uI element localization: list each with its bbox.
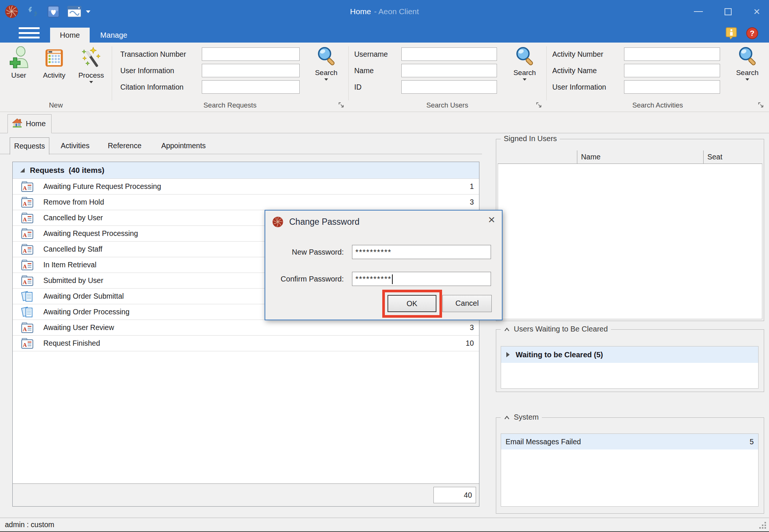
tab-activities[interactable]: Activities — [55, 137, 96, 154]
minimize-button[interactable] — [694, 11, 703, 12]
help-icon[interactable]: ? — [746, 27, 759, 41]
new-password-input[interactable]: ********** — [352, 245, 491, 259]
search-users-launcher-icon[interactable] — [536, 102, 542, 108]
svg-text:A: A — [23, 200, 27, 206]
request-type-icon: A — [21, 337, 34, 350]
notification-info-icon[interactable] — [725, 27, 738, 41]
home-house-icon — [12, 118, 23, 130]
ribbon-group-label-search-requests: Search Requests — [112, 101, 348, 109]
new-process-button[interactable]: Process — [74, 46, 108, 83]
ribbon-group-search-activities: Activity Number Activity Name User Infor… — [546, 43, 769, 112]
request-count: 3 — [470, 323, 479, 332]
search-activities-launcher-icon[interactable] — [758, 102, 764, 108]
expand-triangle-icon — [506, 352, 510, 357]
name-label: Name — [354, 64, 374, 77]
system-row-email-failed[interactable]: Email Messages Failed 5 — [501, 434, 758, 449]
citation-information-input[interactable] — [202, 80, 300, 94]
request-type-icon: A — [21, 243, 34, 256]
search-users-label: Search — [505, 69, 544, 77]
id-input[interactable] — [401, 80, 497, 94]
ribbon-group-search-requests: Transaction Number User Information Cita… — [112, 43, 348, 112]
search-users-dropdown-icon — [523, 78, 526, 81]
requests-group-header[interactable]: Requests (40 items) — [13, 162, 479, 179]
waiting-group-header[interactable]: Waiting to be Cleared (5) — [501, 346, 758, 363]
request-type-icon: A — [21, 321, 34, 334]
search-requests-launcher-icon[interactable] — [338, 102, 344, 108]
new-user-icon — [8, 63, 29, 70]
resize-grip[interactable] — [765, 527, 766, 529]
tab-reference[interactable]: Reference — [101, 137, 148, 154]
content-tab-strip: Requests Activities Reference Appointmen… — [0, 137, 482, 154]
search-activities-button[interactable]: Search — [728, 46, 767, 81]
text-cursor — [392, 274, 393, 284]
transaction-number-input[interactable] — [202, 47, 300, 61]
new-user-button[interactable]: User — [1, 46, 36, 80]
collapse-chevron-icon[interactable] — [504, 325, 510, 333]
search-users-button[interactable]: Search — [505, 46, 544, 81]
activity-calendar-icon — [44, 63, 65, 70]
user-information-input[interactable] — [202, 64, 300, 77]
activity-name-input[interactable] — [624, 64, 720, 77]
search-icon — [514, 62, 535, 68]
quick-access-toolbar — [4, 4, 90, 19]
activity-user-information-label: User Information — [552, 80, 606, 94]
request-label: Awaiting Future Request Processing — [43, 182, 470, 191]
ribbon-group-new: User Activity Process New — [0, 43, 112, 112]
application-menu-icon[interactable] — [19, 27, 40, 38]
cancel-button[interactable]: Cancel — [442, 295, 492, 312]
search-activities-dropdown-icon — [745, 78, 749, 81]
username-label: Username — [354, 47, 388, 61]
username-input[interactable] — [401, 47, 497, 61]
activity-user-information-input[interactable] — [624, 80, 720, 94]
maximize-button[interactable] — [725, 8, 732, 15]
request-type-icon: A — [21, 212, 34, 224]
search-activities-label: Search — [728, 69, 767, 77]
tab-manage[interactable]: Manage — [92, 28, 135, 43]
aeon-logo-icon — [272, 216, 284, 229]
dialog-close-icon[interactable]: × — [488, 213, 495, 227]
column-header-name[interactable]: Name — [577, 150, 703, 164]
status-bar: admin : custom — [0, 517, 769, 531]
aeon-logo-icon — [4, 4, 19, 19]
tab-requests[interactable]: Requests — [10, 137, 49, 155]
request-count: 10 — [466, 339, 479, 348]
favorites-badge-icon[interactable] — [47, 5, 60, 18]
switch-user-icon[interactable] — [26, 5, 40, 18]
aeon-client-window: Home- Aeon Client × Home Manage ? — [0, 0, 769, 532]
svg-text:A: A — [23, 326, 27, 332]
status-user: admin : custom — [5, 520, 54, 529]
collapse-triangle-icon — [20, 168, 25, 172]
activity-number-label: Activity Number — [552, 47, 603, 61]
svg-text:A: A — [23, 216, 27, 222]
request-list-item[interactable]: A Remove from Hold 3 — [13, 195, 479, 210]
request-list-item[interactable]: A Awaiting Future Request Processing 1 — [13, 179, 479, 195]
request-list-item[interactable]: A Request Finished 10 — [13, 336, 479, 351]
new-process-label: Process — [74, 71, 108, 80]
activity-name-label: Activity Name — [552, 64, 597, 77]
activity-number-input[interactable] — [624, 47, 720, 61]
new-password-label: New Password: — [265, 245, 348, 259]
document-tab-home[interactable]: Home — [7, 114, 52, 133]
confirm-password-input[interactable]: ********** — [352, 272, 491, 286]
ribbon-group-search-users: Username Name ID Search Search Users — [348, 43, 546, 112]
tab-appointments[interactable]: Appointments — [153, 137, 214, 154]
quick-access-dropdown-icon[interactable] — [86, 10, 90, 13]
name-input[interactable] — [401, 64, 497, 77]
column-header-blank[interactable] — [498, 150, 577, 164]
ok-button[interactable]: OK — [387, 295, 436, 312]
title-bar: Home- Aeon Client × — [0, 0, 769, 23]
collapse-chevron-icon[interactable] — [504, 413, 510, 421]
close-button[interactable]: × — [753, 6, 760, 17]
tab-home[interactable]: Home — [50, 28, 90, 43]
form-window-icon[interactable] — [67, 5, 81, 18]
users-waiting-title: Users Waiting to Be Cleared — [501, 325, 611, 333]
new-user-label: User — [1, 71, 36, 80]
ribbon-tab-row: Home Manage ? — [0, 23, 769, 43]
new-activity-button[interactable]: Activity — [37, 46, 71, 80]
confirm-password-label: Confirm Password: — [265, 272, 348, 286]
search-requests-button[interactable]: Search — [307, 46, 346, 81]
request-label: Request Finished — [43, 339, 466, 348]
column-header-seat[interactable]: Seat — [703, 150, 762, 164]
request-list-item[interactable]: A Awaiting User Review 3 — [13, 320, 479, 336]
system-panel: System Email Messages Failed 5 — [496, 417, 764, 514]
